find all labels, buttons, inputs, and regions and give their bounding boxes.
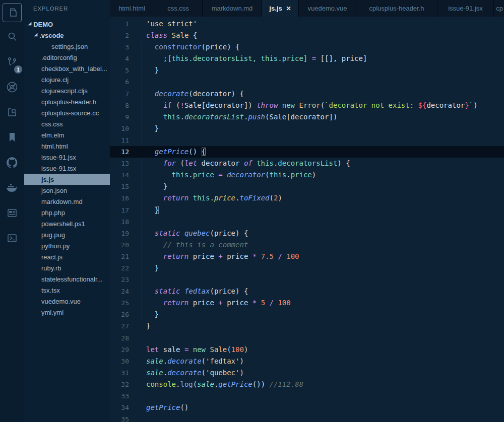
explorer-header: EXPLORER (24, 0, 110, 12)
file-item-checkbox-with-label-[interactable]: checkbox_with_label... (24, 63, 110, 74)
item-label: ruby.rb (41, 264, 61, 272)
code-line-25[interactable]: 25 return price + price * 5 / 100 (110, 297, 504, 309)
activity-bar-item-debug-disabled[interactable] (0, 76, 24, 101)
file-item-settings-json[interactable]: settings.json (24, 41, 110, 52)
code-line-10[interactable]: 10 } (110, 123, 504, 134)
tab-html-html[interactable]: html.html (110, 0, 154, 17)
activity-bar-item-browser-preview[interactable] (0, 201, 24, 227)
code-line-2[interactable]: 2class Sale { (110, 30, 504, 41)
activity-bar-item-source-control[interactable]: 1 (0, 50, 24, 76)
tab-label: cplusplus-header.h (369, 5, 424, 12)
file-item-cplusplus-source-cc[interactable]: cplusplus-source.cc (24, 107, 110, 118)
code-line-26[interactable]: 26 } (110, 309, 504, 320)
file-item-html-html[interactable]: html.html (24, 140, 110, 152)
activity-bar-item-extensions[interactable] (0, 101, 24, 126)
item-label: statelessfunctionalr... (41, 275, 102, 283)
item-label: powershell.ps1 (41, 220, 85, 228)
activity-bar-item-bookmark[interactable] (0, 126, 24, 151)
file-item-js-js[interactable]: js.js (24, 174, 110, 185)
tab-cplusplus-header-h[interactable]: cplusplus-header.h (356, 0, 437, 17)
line-content: sale.decorate('quebec') (135, 367, 244, 379)
code-line-19[interactable]: 19 static quebec(price) { (110, 228, 504, 239)
powershell-icon (6, 232, 18, 246)
code-line-13[interactable]: 13 for (let decorator of this.decorators… (110, 158, 504, 169)
code-line-16[interactable]: 16 return this.price.toFixed(2) (110, 192, 504, 204)
code-line-4[interactable]: 4 ;[this.decoratorsList, this.price] = [… (110, 53, 504, 64)
folder-item--vscode[interactable]: ◢.vscode (24, 30, 110, 41)
activity-bar-item-powershell[interactable] (0, 227, 24, 252)
file-item-cplusplus-header-h[interactable]: cplusplus-header.h (24, 96, 110, 107)
folder-item-demo[interactable]: ◢DEMO (24, 19, 110, 30)
activity-bar-item-explorer[interactable] (0, 0, 24, 25)
file-item-pug-pug[interactable]: pug.pug (24, 229, 110, 240)
line-number: 15 (110, 181, 135, 192)
file-item-issue-91-jsx[interactable]: issue-91.jsx (24, 152, 110, 163)
tab-markdown-md[interactable]: markdown.md (203, 0, 262, 17)
tab-css-css[interactable]: css.css (154, 0, 203, 17)
file-item-markdown-md[interactable]: markdown.md (24, 196, 110, 207)
file-item-json-json[interactable]: json.json (24, 185, 110, 196)
line-number: 19 (110, 228, 135, 239)
code-line-29[interactable]: 29let sale = new Sale(100) (110, 344, 504, 356)
code-line-21[interactable]: 21 return price + price * 7.5 / 100 (110, 251, 504, 262)
code-line-3[interactable]: 3 constructor(price) { (110, 41, 504, 53)
activity-bar-item-github[interactable] (0, 151, 24, 176)
line-number: 6 (110, 76, 135, 88)
code-line-14[interactable]: 14 this.price = decorator(this.price) (110, 169, 504, 181)
code-line-8[interactable]: 8 if (!Sale[decorator]) throw new Error(… (110, 100, 504, 111)
code-line-22[interactable]: 22 } (110, 262, 504, 274)
line-number: 29 (110, 344, 135, 356)
file-item-vuedemo-vue[interactable]: vuedemo.vue (24, 296, 110, 307)
code-line-23[interactable]: 23 (110, 274, 504, 286)
code-line-33[interactable]: 33 (110, 390, 504, 402)
file-item--editorconfig[interactable]: .editorconfig (24, 52, 110, 63)
file-item-php-php[interactable]: php.php (24, 207, 110, 218)
code-line-7[interactable]: 7 decorate(decorator) { (110, 88, 504, 100)
code-line-30[interactable]: 30sale.decorate('fedtax') (110, 356, 504, 367)
line-content: return price + price * 7.5 / 100 (135, 251, 299, 262)
code-line-20[interactable]: 20 // this is a comment (110, 239, 504, 251)
file-item-tsx-tsx[interactable]: tsx.tsx (24, 285, 110, 296)
code-line-34[interactable]: 34getPrice() (110, 402, 504, 413)
code-line-17[interactable]: 17 } (110, 204, 504, 216)
code-line-15[interactable]: 15 } (110, 181, 504, 192)
code-line-27[interactable]: 27} (110, 320, 504, 332)
item-label: html.html (41, 143, 68, 150)
tab-close-icon[interactable]: ✕ (286, 5, 291, 12)
file-item-ruby-rb[interactable]: ruby.rb (24, 262, 110, 273)
code-line-1[interactable]: 1'use strict' (110, 18, 504, 30)
code-line-28[interactable]: 28 (110, 332, 504, 344)
activity-bar-item-search[interactable] (0, 25, 24, 50)
code-line-6[interactable]: 6 (110, 76, 504, 88)
file-item-powershell-ps1[interactable]: powershell.ps1 (24, 218, 110, 229)
file-item-issue-91-tsx[interactable]: issue-91.tsx (24, 163, 110, 174)
line-content (135, 332, 146, 344)
file-item-react-js[interactable]: react.js (24, 251, 110, 262)
file-item-python-py[interactable]: python.py (24, 240, 110, 251)
tab-vuedemo-vue[interactable]: vuedemo.vue (299, 0, 356, 17)
editor[interactable]: 1'use strict'2class Sale {3 constructor(… (110, 17, 504, 422)
file-item-clojurescript-cljs[interactable]: clojurescript.cljs (24, 85, 110, 96)
line-content: } (135, 123, 159, 134)
code-line-9[interactable]: 9 this.decoratorsList.push(Sale[decorato… (110, 111, 504, 123)
file-item-yml-yml[interactable]: yml.yml (24, 307, 110, 318)
file-item-clojure-clj[interactable]: clojure.clj (24, 74, 110, 85)
line-content (135, 413, 146, 422)
code-line-18[interactable]: 18 (110, 216, 504, 228)
file-item-elm-elm[interactable]: elm.elm (24, 129, 110, 140)
code-pane: 1'use strict'2class Sale {3 constructor(… (110, 17, 504, 422)
tab-js-js[interactable]: js.js✕ (262, 0, 299, 17)
code-line-35[interactable]: 35 (110, 413, 504, 422)
code-line-5[interactable]: 5 } (110, 64, 504, 76)
code-line-12[interactable]: 12 getPrice() { (110, 146, 504, 158)
code-line-32[interactable]: 32console.log(sale.getPrice()) //112.88 (110, 379, 504, 390)
tab-cp[interactable]: cp (494, 0, 504, 17)
code-line-11[interactable]: 11 (110, 134, 504, 146)
code-line-24[interactable]: 24 static fedtax(price) { (110, 286, 504, 297)
code-line-31[interactable]: 31sale.decorate('quebec') (110, 367, 504, 379)
line-content: sale.decorate('fedtax') (135, 356, 244, 367)
file-item-css-css[interactable]: css.css (24, 118, 110, 129)
activity-bar-item-docker[interactable] (0, 176, 24, 201)
file-item-statelessfunctionalr-[interactable]: statelessfunctionalr... (24, 273, 110, 285)
tab-issue-91-jsx[interactable]: issue-91.jsx (437, 0, 494, 17)
